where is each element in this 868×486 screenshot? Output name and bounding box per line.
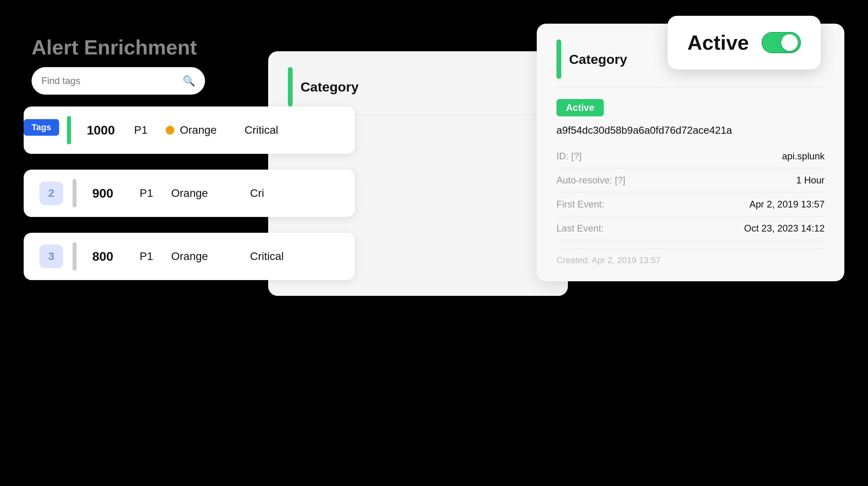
last-event-label: Last Event:	[556, 223, 604, 234]
id-label: ID: [?]	[556, 151, 582, 162]
color-name-3: Orange	[171, 250, 208, 263]
search-icon: 🔍	[183, 75, 195, 87]
first-event-value: Apr 2, 2019 13:57	[749, 199, 825, 210]
list-item-2[interactable]: 2 900 P1 Orange Cri	[24, 170, 355, 217]
active-status-badge: Active	[556, 99, 604, 116]
color-name-2: Orange	[171, 187, 208, 200]
active-toggle-label: Active	[687, 31, 749, 54]
color-indicator-1: Orange	[166, 124, 245, 136]
detail-green-bar	[556, 39, 561, 79]
page-title: Alert Enrichment	[32, 36, 197, 59]
active-toggle-switch[interactable]	[762, 32, 801, 53]
search-bar-container: 🔍	[32, 67, 205, 95]
auto-resolve-value: 1 Hour	[796, 175, 825, 186]
last-event-value: Oct 23, 2023 14:12	[744, 223, 825, 234]
main-scene: Alert Enrichment 🔍 Tags Category 3 800 P…	[0, 0, 868, 486]
list-item-1[interactable]: 1 1000 P1 Orange Critical	[24, 107, 355, 154]
active-toggle-card: Active	[668, 16, 821, 69]
priority-3: P1	[140, 250, 171, 263]
created-label: Created: Apr 2, 2019 13:57	[556, 249, 825, 265]
search-bar: 🔍	[32, 67, 205, 95]
integration-row: ID: [?] api.splunk	[556, 144, 825, 168]
severity-2: Cri	[250, 187, 264, 200]
rank-badge-3: 3	[39, 245, 63, 268]
color-indicator-2: Orange	[171, 187, 250, 200]
first-event-label: First Event:	[556, 199, 604, 210]
detail-category-title: Category	[569, 52, 627, 67]
count-3: 800	[92, 249, 140, 264]
severity-bar-1	[67, 116, 71, 144]
orange-dot-icon	[166, 126, 174, 135]
search-input[interactable]	[41, 75, 178, 86]
integration-value: api.splunk	[782, 151, 825, 162]
color-name-1: Orange	[180, 124, 217, 136]
severity-1: Critical	[245, 124, 278, 136]
count-2: 900	[92, 186, 140, 201]
priority-2: P1	[140, 187, 171, 200]
last-event-row: Last Event: Oct 23, 2023 14:12	[556, 217, 825, 241]
priority-1: P1	[134, 124, 166, 136]
count-1: 1000	[87, 123, 134, 138]
alert-id-value: a9f54dc30d58b9a6a0fd76d72ace421a	[556, 124, 825, 136]
severity-3: Critical	[250, 250, 284, 263]
severity-bar-3	[73, 242, 77, 271]
category-green-bar	[288, 67, 293, 107]
auto-resolve-label: Auto-resolve: [?]	[556, 175, 625, 186]
panel-category-title: Category	[301, 79, 358, 95]
color-indicator-3: Orange	[171, 250, 250, 263]
first-event-row: First Event: Apr 2, 2019 13:57	[556, 193, 825, 217]
rank-badge-2: 2	[39, 181, 63, 205]
list-item-3[interactable]: 3 800 P1 Orange Critical	[24, 233, 355, 280]
severity-bar-2	[73, 179, 77, 207]
auto-resolve-row: Auto-resolve: [?] 1 Hour	[556, 168, 825, 193]
tags-badge[interactable]: Tags	[24, 119, 59, 136]
